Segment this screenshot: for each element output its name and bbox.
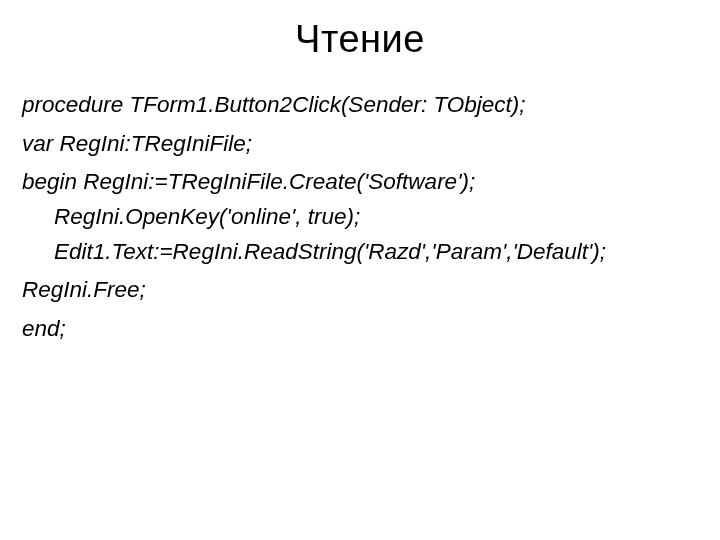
- code-block: procedure TForm1.Button2Click(Sender: TO…: [22, 89, 698, 345]
- code-line-free: RegIni.Free;: [22, 274, 698, 307]
- code-line-procedure: procedure TForm1.Button2Click(Sender: TO…: [22, 89, 698, 122]
- code-line-openkey: RegIni.OpenKey('online', true);: [22, 201, 698, 234]
- code-line-begin: begin RegIni:=TRegIniFile.Create('Softwa…: [22, 166, 698, 199]
- slide-title: Чтение: [22, 18, 698, 61]
- code-line-end: end;: [22, 313, 698, 346]
- code-line-readstring: Edit1.Text:=RegIni.ReadString('Razd','Pa…: [22, 236, 698, 269]
- code-line-var: var RegIni:TRegIniFile;: [22, 128, 698, 161]
- slide-container: Чтение procedure TForm1.Button2Click(Sen…: [0, 0, 720, 540]
